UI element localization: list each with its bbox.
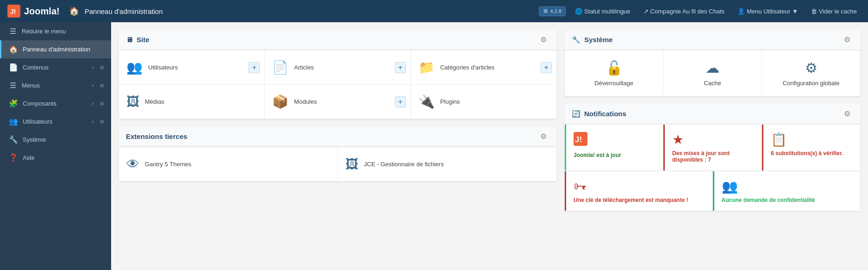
card-gantry5-label: Gantry 5 Themes	[145, 161, 191, 168]
multilingual-label: Statut multilingue	[584, 8, 631, 15]
user-label: Menu Utilisateur	[747, 8, 790, 15]
add-utilisateur-button[interactable]: +	[249, 62, 260, 73]
card-categories-label: Catégories d'articles	[440, 64, 494, 71]
sidebar-label-composants: Composants	[23, 100, 56, 107]
user-menu-button[interactable]: 👤 Menu Utilisateur ▼	[734, 6, 802, 17]
card-medias-label: Médias	[145, 98, 164, 105]
keyboard-icon: ⌘	[543, 8, 548, 14]
star-notif-icon: ★	[672, 132, 684, 147]
jce-card-icon: 🖼	[345, 157, 358, 172]
sys-card-cache[interactable]: ☁ Cache	[663, 50, 762, 96]
hamburger-icon: ☰	[9, 27, 17, 36]
extensions-panel-header: Extensions tierces ⚙	[119, 126, 557, 147]
sidebar-label-menus: Menus	[22, 82, 40, 89]
sidebar-item-contenus[interactable]: 📄 Contenus › ⊞	[0, 58, 111, 76]
topbar-home-icon: 🏠	[69, 6, 79, 16]
notifications-panel-settings-button[interactable]: ⚙	[841, 108, 853, 119]
joomla-notif-icon: J!	[574, 132, 587, 149]
notif-updates[interactable]: ★ Des mises à jour sont disponibles : 7	[663, 125, 762, 170]
sidebar-item-utilisateurs[interactable]: 👥 Utilisateurs › ⊞	[0, 113, 111, 131]
card-articles[interactable]: 📄 Articles +	[265, 50, 410, 84]
key-icon: 🔧	[572, 36, 581, 44]
card-categories[interactable]: 📁 Catégories d'articles +	[411, 50, 556, 84]
svg-text:J!: J!	[575, 135, 582, 144]
notif-substitutions-text: 6 substitutions(s) à vérifier.	[771, 150, 843, 157]
key-notif-icon: 🗝	[574, 179, 587, 194]
add-article-button[interactable]: +	[395, 62, 406, 73]
notif-confidentialite-text: Aucune demande de confidentialité	[722, 197, 815, 203]
sidebar-item-aide[interactable]: ❓ Aide	[0, 149, 111, 167]
refresh-icon: 🔄	[572, 110, 581, 118]
svg-text:J!: J!	[10, 8, 16, 15]
sys-card-cache-label: Cache	[704, 80, 721, 87]
version-text: 4.2.8	[550, 8, 561, 14]
articles-card-icon: 📄	[272, 60, 288, 75]
sidebar-item-menus[interactable]: ☰ Menus › ⊞	[0, 76, 111, 94]
sys-card-config[interactable]: ⚙ Configuration globale	[762, 50, 860, 96]
company-button[interactable]: ↗ Compagnie Au fil des Chats	[640, 6, 728, 17]
site-panel: 🖥 Site ⚙ 👥 Utilisateurs + 📄 Articles +	[119, 30, 557, 119]
notifications-panel-header: 🔄 Notifications ⚙	[564, 104, 861, 124]
main-layout: ☰ Réduire le menu 🏠 Panneau d'administra…	[0, 22, 868, 270]
extensions-panel-title: Extensions tierces	[126, 132, 187, 140]
site-card-grid: 👥 Utilisateurs + 📄 Articles + 📁 Catégori…	[119, 50, 557, 119]
privacy-notif-icon: 👥	[722, 179, 738, 194]
sidebar-item-reduce-menu[interactable]: ☰ Réduire le menu	[0, 22, 111, 40]
grid-icon-contenus: ⊞	[100, 65, 104, 70]
cloud-icon: ☁	[706, 60, 719, 76]
notif-confidentialite[interactable]: 👥 Aucune demande de confidentialité	[713, 171, 861, 211]
card-utilisateurs-label: Utilisateurs	[148, 64, 178, 71]
notif-cle[interactable]: 🗝 Une clé de téléchargement est manquant…	[565, 171, 712, 211]
categories-card-icon: 📁	[418, 60, 435, 75]
sys-card-deverrouillage-label: Déverrouillage	[594, 80, 633, 87]
sidebar-item-composants[interactable]: 🧩 Composants › ⊞	[0, 94, 111, 113]
globe-icon: 🌐	[575, 8, 582, 15]
arrow-icon: ›	[92, 65, 94, 70]
arrow-icon-menus: ›	[92, 83, 94, 88]
sidebar-label-aide: Aide	[23, 154, 35, 161]
multilingual-button[interactable]: 🌐 Statut multilingue	[571, 6, 634, 17]
users-card-icon: 👥	[126, 60, 143, 75]
doc-notif-icon: 📋	[771, 132, 787, 147]
card-medias[interactable]: 🖼 Médias	[119, 85, 264, 119]
extensions-panel-settings-button[interactable]: ⚙	[537, 131, 550, 142]
puzzle-icon: 🧩	[9, 99, 18, 108]
notif-updates-text: Des mises à jour sont disponibles : 7	[672, 150, 754, 163]
sidebar-item-systeme[interactable]: 🔧 Système	[0, 131, 111, 149]
main-content: 🖥 Site ⚙ 👥 Utilisateurs + 📄 Articles +	[111, 22, 868, 270]
card-jce[interactable]: 🖼 JCE - Gestionnaire de fichiers	[338, 147, 556, 181]
gantry5-card-icon: 👁	[126, 157, 139, 172]
notif-joomla-ok[interactable]: J! Joomla! est à jour	[565, 125, 663, 170]
sidebar-label-utilisateurs: Utilisateurs	[23, 118, 52, 125]
sidebar-item-dashboard[interactable]: 🏠 Panneau d'administration	[0, 40, 111, 58]
card-modules-label: Modules	[294, 98, 317, 105]
systeme-panel-header: 🔧 Système ⚙	[564, 30, 861, 50]
external-link-icon: ↗	[643, 8, 649, 15]
site-panel-settings-button[interactable]: ⚙	[537, 34, 550, 45]
card-gantry5[interactable]: 👁 Gantry 5 Themes	[119, 147, 337, 181]
topbar: J! Joomla! 🏠 Panneau d'administration ⌘ …	[0, 0, 868, 22]
card-plugins-label: Plugins	[440, 98, 460, 105]
notif-joomla-ok-text: Joomla! est à jour	[574, 152, 621, 158]
systeme-panel-settings-button[interactable]: ⚙	[841, 34, 853, 45]
sys-card-config-label: Configuration globale	[783, 80, 840, 87]
trash-icon: 🗑	[811, 8, 817, 15]
notifications-grid-row2: 🗝 Une clé de téléchargement est manquant…	[564, 171, 861, 211]
notif-substitutions[interactable]: 📋 6 substitutions(s) à vérifier.	[762, 125, 860, 170]
grid-icon-menus: ⊞	[100, 83, 104, 88]
version-badge: ⌘ 4.2.8	[539, 6, 565, 16]
menu-icon: ☰	[9, 81, 17, 90]
add-module-button[interactable]: +	[395, 96, 406, 107]
extensions-panel: Extensions tierces ⚙ 👁 Gantry 5 Themes 🖼…	[119, 126, 557, 182]
card-utilisateurs[interactable]: 👥 Utilisateurs +	[119, 50, 264, 84]
card-plugins[interactable]: 🔌 Plugins	[411, 85, 556, 119]
grid-icon-composants: ⊞	[100, 101, 104, 106]
clear-cache-label: Vider le cache	[819, 8, 857, 15]
add-categorie-button[interactable]: +	[541, 62, 552, 73]
sys-card-deverrouillage[interactable]: 🔓 Déverrouillage	[565, 50, 663, 96]
company-label: Compagnie Au fil des Chats	[650, 8, 724, 15]
card-modules[interactable]: 📦 Modules +	[265, 85, 410, 119]
joomla-logo[interactable]: J! Joomla!	[7, 5, 60, 18]
medias-card-icon: 🖼	[126, 94, 139, 109]
clear-cache-button[interactable]: 🗑 Vider le cache	[807, 6, 861, 17]
